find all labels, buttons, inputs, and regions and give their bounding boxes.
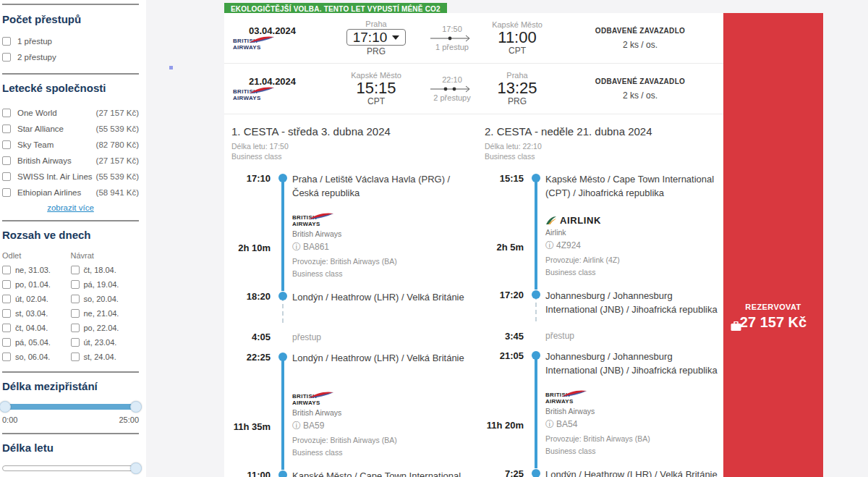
outbound-date-block: 03.04.2024 BRITISH AIRWAYS — [224, 25, 326, 51]
checkbox-day[interactable] — [71, 324, 80, 332]
airlink-bird-icon — [545, 216, 557, 225]
checkbox-day[interactable] — [71, 280, 80, 289]
timeline-stop: 21:05 Johannesburg / Johannesburg Intern… — [485, 350, 723, 382]
checkbox-day[interactable] — [71, 295, 80, 303]
checkbox-day[interactable] — [71, 353, 80, 361]
british-airways-logo: BRITISH AIRWAYS — [233, 38, 278, 51]
stops-option-row[interactable]: 1 přestup — [2, 37, 139, 46]
checkbox-sky-team[interactable] — [2, 140, 11, 149]
depart-day-row[interactable]: pá, 05.04. — [2, 338, 71, 347]
segment-operator: Provozuje: British Airways (BA) — [545, 434, 723, 443]
checkbox-ethiopian[interactable] — [2, 188, 11, 197]
flight-duration-slider[interactable] — [2, 463, 139, 474]
day-label: st, 03.04. — [15, 309, 48, 318]
return-date: 21.04.2024 — [249, 76, 326, 87]
baggage-value: 2 ks / os. — [557, 40, 723, 50]
checkbox-day[interactable] — [2, 266, 11, 274]
checkbox-day[interactable] — [71, 266, 80, 274]
airline-price: (82 780 Kč) — [96, 140, 139, 149]
flight-number: BA861 — [303, 242, 329, 252]
return-day-row[interactable]: so, 20.04. — [71, 295, 140, 303]
airline-filter-row[interactable]: Star Alliance (55 539 Kč) — [2, 124, 139, 133]
checkbox-day[interactable] — [2, 309, 11, 318]
airline-label: Sky Team — [17, 140, 54, 149]
checkbox-one-world[interactable] — [2, 109, 11, 117]
checkbox-day[interactable] — [71, 338, 80, 347]
slider-handle-max[interactable] — [130, 401, 142, 413]
return-route-block: 22:10 2 přestupy — [427, 75, 477, 102]
timeline-line — [527, 173, 545, 205]
return-arrival-block: Praha 13:25 PRG — [477, 71, 557, 106]
day-label: ne, 21.04. — [84, 309, 119, 318]
segment-cabin: Business class — [292, 269, 477, 278]
show-more-link[interactable]: zobrazit více — [2, 203, 139, 212]
itinerary-cabin: Business class — [485, 151, 723, 161]
airlink-logo-text: AIRLINK — [560, 215, 604, 226]
checkbox-british-airways[interactable] — [2, 156, 11, 165]
checkbox-1-prestup[interactable] — [2, 37, 11, 46]
checkbox-day[interactable] — [71, 309, 80, 318]
depart-day-row[interactable]: st, 03.04. — [2, 309, 71, 318]
layover-label: přestup — [545, 331, 723, 341]
stop-time: 17:10 — [231, 173, 273, 205]
timeline-layover: 3:45 přestup — [485, 321, 723, 350]
airlink-logo: AIRLINK — [545, 215, 723, 226]
checkbox-day[interactable] — [2, 324, 11, 332]
stops-option-row[interactable]: 2 přestupy — [2, 53, 139, 62]
return-day-row[interactable]: po, 22.04. — [71, 324, 140, 332]
itinerary-duration: Délka letu: 17:50 — [231, 141, 477, 151]
checkbox-day[interactable] — [2, 280, 11, 289]
return-day-row[interactable]: ne, 21.04. — [71, 309, 140, 318]
return-column-label: Návrat — [71, 251, 140, 260]
timeline-stop: 15:15 Kapské Město / Cape Town Internati… — [485, 173, 723, 205]
depart-day-row[interactable]: út, 02.04. — [2, 295, 71, 303]
return-day-row[interactable]: čt, 18.04. — [71, 266, 140, 274]
divider — [2, 73, 139, 75]
checkbox-swiss[interactable] — [2, 172, 11, 181]
airline-filter-row[interactable]: SWISS Int. Air Lines (55 539 Kč) — [2, 172, 139, 181]
airline-filter-row[interactable]: British Airways (27 157 Kč) — [2, 156, 139, 165]
timeline-dot-icon — [532, 174, 540, 182]
segment-airline: British Airways — [292, 408, 477, 417]
segment-cabin: Business class — [545, 268, 723, 277]
depart-day-row[interactable]: ne, 31.03. — [2, 266, 71, 274]
airline-filter-row[interactable]: One World (27 157 Kč) — [2, 109, 139, 117]
depart-day-row[interactable]: so, 06.04. — [2, 353, 71, 361]
depart-day-row[interactable]: čt, 04.04. — [2, 324, 71, 332]
day-label: st, 24.04. — [84, 353, 116, 361]
return-day-row[interactable]: st, 24.04. — [71, 353, 140, 361]
airline-filter-row[interactable]: Sky Team (82 780 Kč) — [2, 140, 139, 149]
departure-time-dropdown[interactable]: 17:10 — [346, 29, 407, 46]
segment-details: BRITISH AIRWAYS British Airways ⓘBA59 Pr… — [292, 384, 477, 470]
slider-handle-min[interactable] — [0, 401, 11, 413]
stop-location: Londýn / Heathrow (LHR) / Velká Británie — [545, 468, 723, 477]
timeline: 15:15 Kapské Město / Cape Town Internati… — [485, 173, 723, 477]
layover-slider-labels: 0:00 25:00 — [2, 415, 139, 424]
airlines-filter-title: Letecké společnosti — [2, 82, 139, 94]
timeline-line — [527, 468, 545, 477]
stop-time: 18:20 — [231, 291, 273, 323]
depart-day-row[interactable]: po, 01.04. — [2, 280, 71, 289]
layover-duration-slider[interactable] — [2, 401, 139, 413]
checkbox-star-alliance[interactable] — [2, 124, 11, 133]
british-airways-logo: BRITISH AIRWAYS — [292, 215, 337, 228]
baggage-value: 2 ks / os. — [557, 90, 723, 101]
ba-speedmarque-icon — [561, 389, 587, 398]
return-day-row[interactable]: út, 23.04. — [71, 338, 140, 347]
checkbox-2-prestupy[interactable] — [2, 53, 11, 62]
checkbox-day[interactable] — [2, 338, 11, 347]
slider-min-label: 0:00 — [2, 415, 17, 424]
stop-location: Kapské Město / Cape Town International (… — [292, 470, 477, 477]
airline-filter-row[interactable]: Ethiopian Airlines (58 941 Kč) — [2, 188, 139, 197]
day-label: čt, 18.04. — [84, 266, 116, 274]
slider-handle-max[interactable] — [130, 463, 142, 474]
checkbox-day[interactable] — [2, 295, 11, 303]
timeline-stop: 17:20 Johannesburg / Johannesburg Intern… — [485, 290, 723, 321]
route-arrow-icon — [430, 35, 475, 42]
airline-label: Star Alliance — [17, 124, 64, 133]
info-icon: ⓘ — [292, 242, 301, 252]
reserve-button[interactable]: REZERVOVAT 27 157 Kč — [723, 13, 823, 477]
return-day-row[interactable]: pá, 19.04. — [71, 280, 140, 289]
checkbox-day[interactable] — [2, 353, 11, 361]
timeline-stop: 22:25 Londýn / Heathrow (LHR) / Velká Br… — [231, 352, 477, 384]
